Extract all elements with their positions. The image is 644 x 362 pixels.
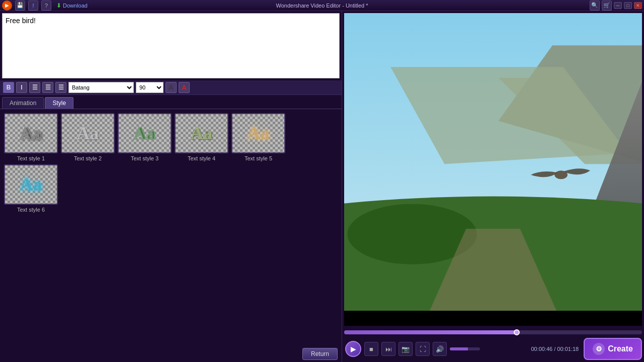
- progress-handle[interactable]: [514, 329, 520, 335]
- style-tabs: Animation Style: [0, 95, 342, 109]
- tab-style[interactable]: Style: [45, 97, 73, 109]
- window-title: Wondershare Video Editor - Untitled *: [276, 3, 368, 9]
- progress-bar-container[interactable]: [342, 328, 644, 336]
- align-left-button[interactable]: ☰: [29, 82, 40, 93]
- download-label: Download: [63, 3, 88, 9]
- bold-button[interactable]: B: [3, 82, 14, 93]
- svg-point-12: [554, 170, 568, 179]
- text-color-button[interactable]: A: [166, 82, 177, 93]
- style-item-1[interactable]: Aa Text style 1: [4, 113, 58, 161]
- help-button[interactable]: ?: [41, 1, 51, 11]
- save-button[interactable]: 💾: [15, 1, 25, 11]
- close-button[interactable]: ✕: [634, 2, 642, 9]
- style-thumb-5: Aa: [231, 113, 285, 153]
- store-button[interactable]: 🛒: [602, 1, 612, 11]
- style-item-4[interactable]: Aa Text style 4: [175, 113, 228, 161]
- tab-animation[interactable]: Animation: [2, 97, 44, 109]
- titlebar: ▶ 💾 f ? ⬇ Download Wondershare Video Edi…: [0, 0, 644, 11]
- main-content: Free bird! B I ☰ ☰ ☰ Batang Arial Times …: [0, 11, 644, 362]
- app-logo: ▶: [2, 1, 12, 11]
- align-right-button[interactable]: ☰: [55, 82, 66, 93]
- return-button[interactable]: Return: [302, 348, 338, 360]
- time-display: 00:00:46 / 00:01:18: [531, 346, 579, 352]
- font-size-selector[interactable]: 90 72 48 36: [136, 82, 164, 93]
- maximize-button[interactable]: □: [624, 2, 632, 9]
- style-label-1: Text style 1: [17, 155, 45, 161]
- facebook-button[interactable]: f: [28, 1, 38, 11]
- style-preview-1: Aa: [20, 124, 42, 142]
- style-gallery: Aa Text style 1 Aa Text style 2 Aa Text …: [0, 109, 342, 346]
- style-preview-6: Aa: [20, 175, 42, 194]
- playback-controls: ▶ ■ ⏭ 📷 ⛶ 🔊 00:00:46 / 00:01:18: [342, 339, 582, 358]
- download-button[interactable]: ⬇ Download: [54, 2, 90, 10]
- text-shadow-color-button[interactable]: A: [179, 82, 190, 93]
- style-item-3[interactable]: Aa Text style 3: [118, 113, 172, 161]
- bottom-controls: ▶ ■ ⏭ 📷 ⛶ 🔊 00:00:46 / 00:01:18 ⚙ Create: [342, 336, 644, 362]
- style-item-2[interactable]: Aa Text style 2: [61, 113, 115, 161]
- style-label-5: Text style 5: [245, 155, 272, 161]
- volume-slider[interactable]: [450, 347, 480, 350]
- minimize-button[interactable]: ─: [614, 2, 622, 9]
- video-preview: [344, 13, 642, 326]
- fullscreen-button[interactable]: ⛶: [416, 342, 430, 356]
- titlebar-right: 🔍 🛒 ─ □ ✕: [590, 1, 642, 11]
- style-thumb-4: Aa: [175, 113, 228, 153]
- style-thumb-2: Aa: [61, 113, 115, 153]
- create-icon: ⚙: [593, 343, 605, 355]
- style-item-5[interactable]: Aa Text style 5: [231, 113, 285, 161]
- style-preview-2: Aa: [77, 124, 99, 142]
- style-thumb-1: Aa: [4, 113, 58, 153]
- italic-button[interactable]: I: [16, 82, 27, 93]
- style-label-4: Text style 4: [188, 155, 215, 161]
- return-btn-container: Return: [0, 346, 342, 362]
- stop-button[interactable]: ■: [364, 342, 378, 356]
- style-item-6[interactable]: Aa Text style 6: [4, 164, 58, 213]
- align-center-button[interactable]: ☰: [42, 82, 53, 93]
- volume-button[interactable]: 🔊: [433, 342, 447, 356]
- style-label-2: Text style 2: [74, 155, 102, 161]
- step-forward-button[interactable]: ⏭: [381, 342, 395, 356]
- text-input[interactable]: Free bird!: [3, 14, 339, 78]
- preview-black-bar: [344, 311, 642, 326]
- text-editor-area[interactable]: Free bird!: [2, 13, 340, 78]
- download-arrow-icon: ⬇: [56, 2, 61, 9]
- screenshot-button[interactable]: 📷: [398, 342, 413, 356]
- style-thumb-6: Aa: [4, 164, 58, 205]
- style-gallery-inner: Aa Text style 1 Aa Text style 2 Aa Text …: [4, 113, 338, 213]
- create-button[interactable]: ⚙ Create: [584, 338, 642, 360]
- search-button[interactable]: 🔍: [590, 1, 600, 11]
- style-thumb-3: Aa: [118, 113, 172, 153]
- style-preview-5: Aa: [248, 124, 270, 142]
- style-preview-3: Aa: [134, 124, 156, 142]
- play-button[interactable]: ▶: [345, 341, 361, 357]
- left-panel: Free bird! B I ☰ ☰ ☰ Batang Arial Times …: [0, 11, 342, 362]
- style-label-3: Text style 3: [131, 155, 158, 161]
- style-label-6: Text style 6: [17, 207, 45, 213]
- progress-bar-fill: [344, 330, 517, 334]
- text-toolbar: B I ☰ ☰ ☰ Batang Arial Times New Roman 9…: [0, 80, 342, 95]
- preview-scene: [344, 13, 642, 326]
- font-selector[interactable]: Batang Arial Times New Roman: [68, 82, 134, 93]
- titlebar-left: ▶ 💾 f ? ⬇ Download: [2, 1, 90, 11]
- create-label: Create: [608, 344, 633, 353]
- right-panel: ▶ ■ ⏭ 📷 ⛶ 🔊 00:00:46 / 00:01:18 ⚙ Create: [342, 11, 644, 362]
- progress-bar-bg[interactable]: [344, 330, 642, 334]
- style-preview-4: Aa: [191, 124, 213, 142]
